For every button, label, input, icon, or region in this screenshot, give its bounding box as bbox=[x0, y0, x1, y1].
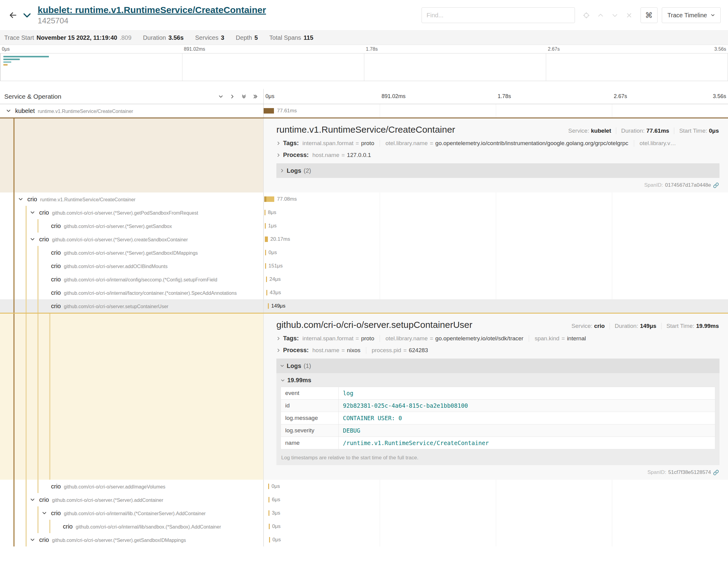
prev-result-icon[interactable] bbox=[597, 12, 604, 19]
chevron-down-icon bbox=[711, 13, 715, 17]
trace-view-selector[interactable]: Trace Timeline bbox=[662, 7, 721, 23]
expander-icon[interactable] bbox=[42, 511, 47, 515]
span-operation: github.com/cri-o/cri-o/server.(*Server).… bbox=[52, 210, 198, 216]
expand-all-icon[interactable] bbox=[253, 94, 258, 99]
span-bar[interactable] bbox=[268, 303, 269, 309]
trace-collapse-toggle[interactable] bbox=[20, 8, 34, 22]
span-id-row: SpanID: 51cf7f38e5128574 bbox=[276, 465, 720, 477]
find-input[interactable] bbox=[422, 7, 575, 23]
span-bar[interactable] bbox=[268, 484, 269, 489]
span-bar[interactable] bbox=[268, 510, 269, 516]
collapse-one-icon[interactable] bbox=[219, 94, 223, 99]
span-row[interactable]: crio github.com/cri-o/cri-o/internal/lib… bbox=[0, 506, 728, 520]
keyboard-shortcuts-button[interactable]: ⌘ bbox=[640, 7, 658, 23]
logs-accordion[interactable]: Logs (1) bbox=[276, 359, 720, 373]
span-bar[interactable] bbox=[265, 223, 266, 229]
next-result-icon[interactable] bbox=[611, 12, 618, 19]
span-duration-label: 24μs bbox=[269, 276, 280, 282]
time-tick: 1.78s bbox=[498, 93, 511, 100]
span-service: crio bbox=[51, 263, 61, 270]
detail-indent-area bbox=[0, 314, 264, 480]
span-duration-label: 8μs bbox=[268, 209, 276, 215]
span-row[interactable]: crio github.com/cri-o/cri-o/server.addOC… bbox=[0, 259, 728, 273]
span-row[interactable]: crio github.com/cri-o/cri-o/internal/fac… bbox=[0, 286, 728, 299]
log-field-row: name/runtime.v1.RuntimeService/CreateCon… bbox=[281, 437, 715, 449]
span-bar[interactable] bbox=[266, 277, 267, 282]
span-row[interactable]: crio github.com/cri-o/cri-o/server.(*Ser… bbox=[0, 493, 728, 506]
span-duration-label: 0μs bbox=[272, 537, 281, 543]
span-duration-label: 1μs bbox=[268, 223, 277, 229]
span-bar[interactable] bbox=[269, 537, 270, 543]
span-row[interactable]: crio github.com/cri-o/cri-o/server.(*Ser… bbox=[0, 246, 728, 259]
span-rows: kubelet runtime.v1.RuntimeService/Create… bbox=[0, 104, 728, 546]
span-bar[interactable] bbox=[264, 108, 274, 113]
trace-title-link[interactable]: kubelet: runtime.v1.RuntimeService/Creat… bbox=[38, 5, 266, 15]
chevron-right-icon bbox=[276, 348, 280, 352]
collapse-all-icon[interactable] bbox=[241, 94, 246, 99]
expander-icon[interactable] bbox=[6, 108, 11, 113]
span-service: crio bbox=[51, 483, 61, 490]
trace-minimap[interactable] bbox=[0, 53, 728, 81]
span-bar[interactable] bbox=[264, 196, 274, 202]
link-icon[interactable] bbox=[713, 470, 719, 475]
detail-span-meta: Service:kubelet Duration:77.61ms Start T… bbox=[563, 128, 720, 134]
span-row[interactable]: crio github.com/cri-o/cri-o/internal/con… bbox=[0, 273, 728, 286]
log-entry-toggle[interactable]: 19.99ms bbox=[276, 373, 720, 385]
trace-summary-bar: Trace StartNovember 15 2022, 11:19:40.80… bbox=[0, 30, 728, 45]
back-button[interactable] bbox=[6, 8, 20, 22]
focus-target-icon[interactable] bbox=[583, 12, 590, 19]
clear-search-icon[interactable] bbox=[626, 12, 633, 19]
log-note: Log timestamps are relative to the start… bbox=[276, 452, 720, 463]
span-operation: github.com/cri-o/cri-o/internal/factory/… bbox=[64, 291, 237, 296]
span-bar[interactable] bbox=[265, 263, 266, 269]
span-operation: github.com/cri-o/cri-o/server.(*Server).… bbox=[64, 224, 172, 229]
link-icon[interactable] bbox=[713, 182, 719, 188]
logs-accordion[interactable]: Logs (2) bbox=[276, 163, 720, 178]
tags-accordion[interactable]: Tags: internal.span.format=proto otel.li… bbox=[276, 140, 720, 147]
process-accordion[interactable]: Process: host.name=nixos process.pid=624… bbox=[276, 347, 720, 354]
timeline-ruler: 0μs 891.02ms 1.78s 2.67s 3.56s bbox=[264, 89, 728, 104]
chevron-right-icon bbox=[276, 141, 280, 145]
span-duration-label: 77.08ms bbox=[277, 196, 297, 202]
span-row[interactable]: crio github.com/cri-o/cri-o/internal/lib… bbox=[0, 520, 728, 533]
time-tick: 1.78s bbox=[366, 46, 378, 52]
tags-accordion[interactable]: Tags: internal.span.format=proto otel.li… bbox=[276, 335, 720, 342]
time-tick: 891.02ms bbox=[382, 93, 405, 100]
span-row-selected[interactable]: crio github.com/cri-o/cri-o/server.setup… bbox=[0, 299, 728, 313]
expander-icon[interactable] bbox=[30, 497, 35, 502]
span-bar[interactable] bbox=[268, 497, 269, 502]
span-bar[interactable] bbox=[265, 236, 268, 242]
span-row[interactable]: crio github.com/cri-o/cri-o/server.addIm… bbox=[0, 480, 728, 493]
span-row[interactable]: crio github.com/cri-o/cri-o/server.(*Ser… bbox=[0, 533, 728, 546]
trace-id: 1425704 bbox=[38, 16, 266, 26]
span-bar[interactable] bbox=[266, 290, 267, 295]
span-bar[interactable] bbox=[269, 524, 270, 529]
process-accordion[interactable]: Process: host.name=127.0.0.1 bbox=[276, 151, 720, 159]
time-tick: 891.02ms bbox=[184, 46, 205, 52]
chevron-down-icon bbox=[280, 364, 284, 368]
span-bar[interactable] bbox=[265, 250, 266, 255]
span-service: crio bbox=[51, 276, 61, 283]
span-row[interactable]: kubelet runtime.v1.RuntimeService/Create… bbox=[0, 104, 728, 117]
time-tick: 3.56s bbox=[714, 46, 726, 52]
span-service: crio bbox=[51, 223, 61, 230]
expander-icon[interactable] bbox=[30, 237, 35, 242]
span-row[interactable]: crio github.com/cri-o/cri-o/server.(*Ser… bbox=[0, 219, 728, 233]
span-row[interactable]: crio runtime.v1.RuntimeService/CreateCon… bbox=[0, 193, 728, 206]
span-service: crio bbox=[27, 196, 37, 203]
expander-icon[interactable] bbox=[30, 537, 35, 542]
timeline-header: Service & Operation 0μs 891.02ms 1.78s 2… bbox=[0, 89, 728, 104]
service-operation-header: Service & Operation bbox=[0, 89, 264, 104]
span-duration-label: 77.61ms bbox=[277, 108, 297, 114]
span-row[interactable]: crio github.com/cri-o/cri-o/server.(*Ser… bbox=[0, 233, 728, 246]
span-service: crio bbox=[51, 303, 61, 310]
span-id-value: 0174567d17a0448e bbox=[665, 182, 711, 188]
span-bar[interactable] bbox=[265, 210, 265, 215]
trace-depth: Depth5 bbox=[236, 34, 258, 41]
expand-one-icon[interactable] bbox=[230, 94, 235, 99]
span-row[interactable]: crio github.com/cri-o/cri-o/server.(*Ser… bbox=[0, 206, 728, 219]
expander-icon[interactable] bbox=[30, 210, 35, 215]
span-duration-label: 0μs bbox=[268, 249, 277, 256]
view-selector-label: Trace Timeline bbox=[668, 12, 707, 19]
expander-icon[interactable] bbox=[18, 197, 23, 202]
